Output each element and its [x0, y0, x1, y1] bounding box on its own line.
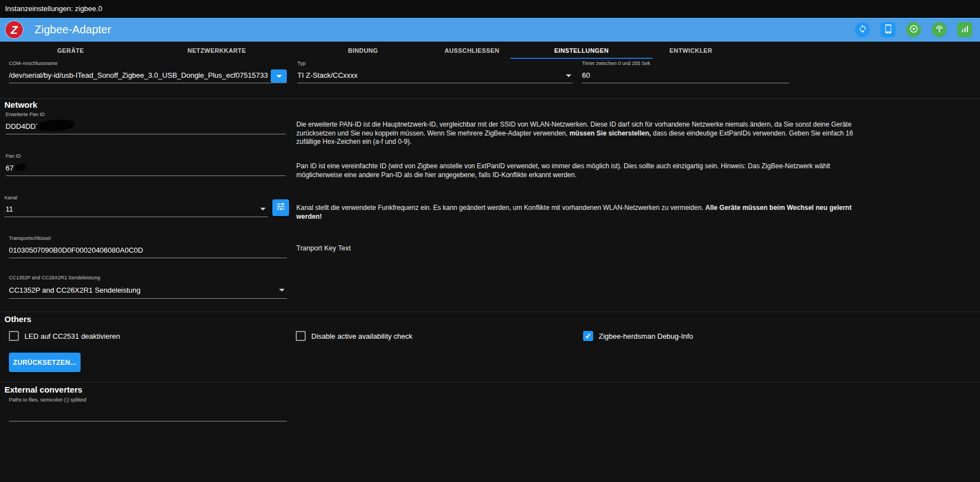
com-port-input[interactable]: /dev/serial/by-id/usb-ITead_Sonoff_Zigbe… — [9, 71, 268, 81]
description-bold-text: müssen Sie sicherstellen, — [569, 129, 651, 137]
channel-underline — [4, 217, 268, 217]
debug-info-checkbox[interactable]: ✓ — [583, 331, 593, 341]
checkmark-icon: ✓ — [585, 332, 591, 340]
com-port-label: COM-Anschlussname — [9, 61, 58, 66]
adjust-icon — [909, 24, 918, 36]
led-checkbox[interactable] — [9, 331, 19, 341]
ext-pan-id-label: Erweiterte Pan ID — [6, 112, 45, 117]
availability-checkbox-label: Disable active availability check — [311, 332, 412, 342]
led-checkbox-label: LED auf CC2531 deaktivieren — [24, 332, 120, 342]
chevron-down-icon — [276, 75, 282, 78]
tab-netzwerkkarte[interactable]: NETZWERKKARTE — [187, 42, 246, 59]
signal-bars-icon — [961, 24, 969, 36]
tab-entwickler[interactable]: ENTWICKLER — [669, 42, 712, 59]
section-title-others: Others — [4, 314, 31, 324]
tab-bindung[interactable]: BINDUNG — [348, 42, 378, 59]
pairing-button[interactable] — [906, 22, 921, 37]
zigbee-logo-letter: Z — [11, 24, 17, 36]
section-divider — [0, 312, 980, 312]
window-title: Instanzeinstellungen: zigbee.0 — [5, 0, 102, 18]
com-port-underline — [9, 83, 287, 83]
paths-label: Paths to files, semicolon (;) splitted — [9, 397, 86, 403]
pan-id-label: Pan ID — [6, 153, 21, 159]
pan-id-description: Pan ID ist eine vereinfachte ID (wird vo… — [296, 162, 872, 179]
transport-key-label: Transportschlüssel — [9, 235, 51, 241]
tune-icon — [276, 202, 286, 214]
chevron-down-icon — [260, 208, 266, 210]
tx-power-select[interactable]: CC1352P and CC26X2R1 Sendeleistung — [9, 285, 276, 295]
tab-einstellungen[interactable]: EINSTELLUNGEN — [554, 42, 609, 59]
chevron-down-icon — [566, 74, 571, 77]
active-tab-indicator — [510, 58, 653, 59]
availability-checkbox[interactable] — [296, 331, 306, 341]
network-map-button[interactable] — [957, 22, 972, 37]
sync-icon — [858, 24, 867, 36]
transport-key-underline — [9, 258, 287, 258]
appbar-actions — [855, 22, 972, 37]
tx-power-label: CC1352P and CC26X2R1 Sendeleistung — [9, 275, 100, 280]
com-port-select-button[interactable] — [271, 69, 287, 83]
zigbee-instance-settings-page: Instanzeinstellungen: zigbee.0 Z Zigbee-… — [0, 0, 980, 482]
timer-input[interactable]: 60 — [582, 71, 782, 81]
type-label: Typ — [297, 61, 306, 66]
firmware-button[interactable] — [880, 22, 896, 37]
zigbee-logo: Z — [6, 21, 23, 38]
section-title-external-converters: External converters — [4, 385, 82, 394]
transport-key-description: Tranport Key Text — [296, 244, 630, 253]
timer-underline — [582, 83, 789, 83]
pan-id-input[interactable]: 67 — [6, 163, 267, 173]
paths-underline — [9, 421, 287, 421]
channel-label: Kanal — [4, 195, 17, 200]
reset-button[interactable]: ZURÜCKSETZEN... — [9, 353, 81, 372]
wifi-tethering-icon — [935, 24, 944, 36]
section-title-network: Network — [4, 100, 37, 109]
page-title: Zigbee-Adapter — [34, 18, 111, 42]
touchlink-button[interactable] — [932, 22, 947, 37]
type-underline — [297, 83, 573, 83]
channel-select[interactable]: 11 — [6, 204, 256, 214]
pan-id-underline — [6, 175, 286, 176]
window-titlebar: Instanzeinstellungen: zigbee.0 — [0, 0, 980, 18]
tablet-icon — [884, 24, 893, 36]
ext-pan-id-description: Die erweiterte PAN-ID ist die Hauptnetzw… — [296, 120, 872, 147]
timer-label: Timer zwischen 0 und 255 Sek — [582, 61, 650, 66]
section-divider — [0, 382, 980, 383]
ext-pan-id-underline — [6, 134, 286, 134]
section-divider — [0, 98, 980, 99]
channel-scan-button[interactable] — [272, 199, 289, 216]
appbar: Z Zigbee-Adapter — [0, 18, 980, 42]
tab-bar: GERÄTE NETZWERKKARTE BINDUNG AUSSCHLIESS… — [0, 42, 980, 59]
tab-ausschliessen[interactable]: AUSSCHLIESSEN — [445, 42, 500, 59]
chevron-down-icon — [279, 289, 285, 292]
debug-info-checkbox-label: Zigbee-herdsman Debug-Info — [599, 332, 693, 342]
transport-key-input[interactable]: 01030507090B0D0F00020406080A0C0D — [9, 245, 270, 255]
channel-description: Kanal stellt die verwendete Funkfrequenz… — [296, 204, 872, 221]
tab-geraete[interactable]: GERÄTE — [57, 42, 84, 59]
description-text: Kanal stellt die verwendete Funkfrequenz… — [296, 204, 705, 212]
type-select[interactable]: TI Z-Stack/CCxxxx — [297, 71, 559, 81]
paths-input[interactable] — [9, 408, 276, 418]
sync-button[interactable] — [855, 22, 870, 37]
tx-power-underline — [9, 298, 287, 299]
